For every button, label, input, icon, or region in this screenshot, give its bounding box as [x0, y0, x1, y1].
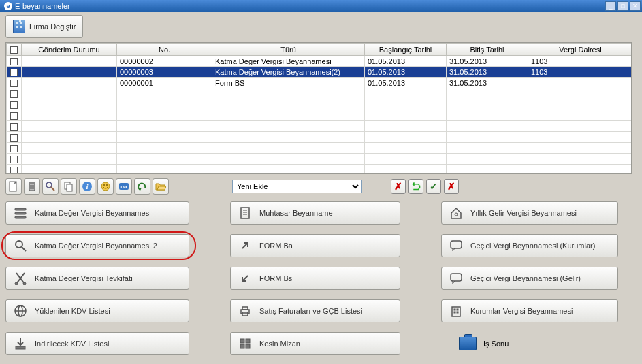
new-button[interactable] [5, 178, 22, 195]
approve-button[interactable] [97, 178, 114, 195]
cell [22, 154, 117, 165]
module-button[interactable]: Yıllık Gelir Vergisi Beyannamesi [441, 201, 618, 225]
minimize-button[interactable]: _ [605, 1, 616, 11]
row-checkbox[interactable] [10, 80, 18, 87]
svg-point-14 [106, 184, 108, 186]
undo-button[interactable] [134, 178, 150, 195]
cell [22, 110, 117, 121]
cell [365, 154, 447, 165]
header-checkbox[interactable] [10, 46, 18, 54]
module-button[interactable]: Katma Değer Vergisi Beyannamesi 2 [5, 234, 189, 257]
module-button[interactable]: Yüklenilen KDV Listesi [5, 299, 189, 322]
cell [117, 143, 212, 154]
col-vergi[interactable]: Vergi Dairesi [528, 44, 632, 56]
row-checkbox[interactable] [10, 112, 18, 120]
cell [447, 99, 528, 110]
module-label: Kurumlar Vergisi Beyannamesi [470, 307, 573, 315]
search-button[interactable] [42, 178, 59, 195]
reject-icon[interactable]: ✗ [391, 179, 406, 194]
close-button[interactable]: ✕ [630, 1, 641, 11]
cell: 00000001 [117, 78, 212, 88]
back-icon[interactable]: ⮌ [408, 179, 423, 194]
svg-rect-45 [454, 309, 455, 310]
svg-point-6 [46, 182, 52, 188]
cut-icon [13, 271, 28, 286]
building-icon [449, 303, 464, 318]
add-mode-dropdown[interactable]: Yeni Ekle [232, 180, 362, 193]
row-checkbox[interactable] [10, 156, 18, 163]
row-checkbox[interactable] [10, 145, 18, 152]
change-firm-button[interactable]: Firma Değiştir [5, 15, 83, 38]
home-icon [449, 205, 464, 220]
svg-text:XML: XML [120, 185, 129, 189]
app-icon: e [4, 2, 12, 10]
svg-rect-43 [451, 274, 462, 281]
briefcase-icon [459, 337, 477, 350]
copy-button[interactable] [61, 178, 77, 195]
cancel-icon[interactable]: ✗ [444, 179, 459, 194]
confirm-icon[interactable]: ✓ [426, 179, 441, 194]
doc-icon [238, 205, 253, 220]
cell [528, 132, 632, 143]
module-button[interactable]: Geçici Vergi Beyannamesi (Kurumlar) [441, 234, 618, 257]
table-row[interactable] [7, 88, 632, 99]
module-button[interactable]: Katma Değer Vergisi Tevkifatı [5, 267, 189, 290]
module-label: Yıllık Gelir Vergisi Beyannamesi [470, 209, 577, 217]
svg-point-25 [23, 282, 26, 285]
cell: Katma Değer Vergisi Beyannamesi(2) [212, 67, 365, 78]
row-checkbox[interactable] [10, 101, 18, 109]
row-checkbox[interactable] [10, 90, 18, 98]
module-button[interactable]: Muhtasar Beyanname [230, 201, 400, 225]
declarations-grid[interactable]: Gönderim Durumu No. Türü Başlangıç Tarih… [5, 42, 632, 174]
module-label: Satış Faturaları ve GÇB Listesi [259, 307, 362, 315]
col-turu[interactable]: Türü [212, 44, 365, 56]
xml-button[interactable]: XML [116, 178, 132, 195]
open-folder-button[interactable] [153, 178, 169, 195]
col-gonderim[interactable]: Gönderim Durumu [22, 44, 117, 56]
row-checkbox[interactable] [10, 167, 18, 174]
cell [365, 132, 447, 143]
cell [212, 88, 365, 99]
end-of-work[interactable]: İş Sonu [459, 332, 618, 355]
building-icon [13, 20, 25, 33]
cell [22, 78, 117, 88]
cell [22, 56, 117, 67]
row-checkbox[interactable] [10, 69, 18, 76]
table-row[interactable]: 00000001Form BS01.05.201331.05.2013 [7, 78, 632, 88]
cell: 00000003 [117, 67, 212, 78]
module-label: İndirilecek KDV Listesi [35, 340, 109, 348]
grid-header-row: Gönderim Durumu No. Türü Başlangıç Tarih… [7, 44, 632, 56]
col-check[interactable] [7, 44, 22, 56]
table-row[interactable]: 00000003Katma Değer Vergisi Beyannamesi(… [7, 67, 632, 78]
module-button[interactable]: Katma Değer Vergisi Beyannamesi [5, 201, 189, 225]
maximize-button[interactable]: □ [617, 1, 628, 11]
cell [22, 121, 117, 132]
col-no[interactable]: No. [117, 44, 212, 56]
list-icon [13, 205, 28, 220]
svg-point-13 [103, 184, 105, 186]
table-row[interactable] [7, 143, 632, 154]
module-button[interactable]: İndirilecek KDV Listesi [5, 332, 189, 355]
module-button[interactable]: FORM Ba [230, 234, 400, 257]
delete-button[interactable] [24, 178, 40, 195]
row-checkbox[interactable] [10, 134, 18, 142]
table-row[interactable] [7, 132, 632, 143]
info-button[interactable]: i [79, 178, 95, 195]
module-button[interactable]: Satış Faturaları ve GÇB Listesi [230, 299, 400, 322]
row-checkbox[interactable] [10, 58, 18, 65]
table-row[interactable] [7, 121, 632, 132]
table-row[interactable]: 00000002Katma Değer Vergisi Beyannamesi0… [7, 56, 632, 67]
cell [22, 132, 117, 143]
col-bitis[interactable]: Bitiş Tarihi [447, 44, 528, 56]
table-row[interactable] [7, 154, 632, 165]
module-button[interactable]: Kesin Mizan [230, 332, 400, 355]
row-checkbox[interactable] [10, 123, 18, 131]
module-button[interactable]: FORM Bs [230, 267, 400, 290]
table-row[interactable] [7, 165, 632, 175]
svg-rect-2 [29, 182, 35, 184]
module-button[interactable]: Geçici Vergi Beyannamesi (Gelir) [441, 267, 618, 290]
table-row[interactable] [7, 99, 632, 110]
col-baslangic[interactable]: Başlangıç Tarihi [365, 44, 447, 56]
table-row[interactable] [7, 110, 632, 121]
module-button[interactable]: Kurumlar Vergisi Beyannamesi [441, 299, 618, 322]
